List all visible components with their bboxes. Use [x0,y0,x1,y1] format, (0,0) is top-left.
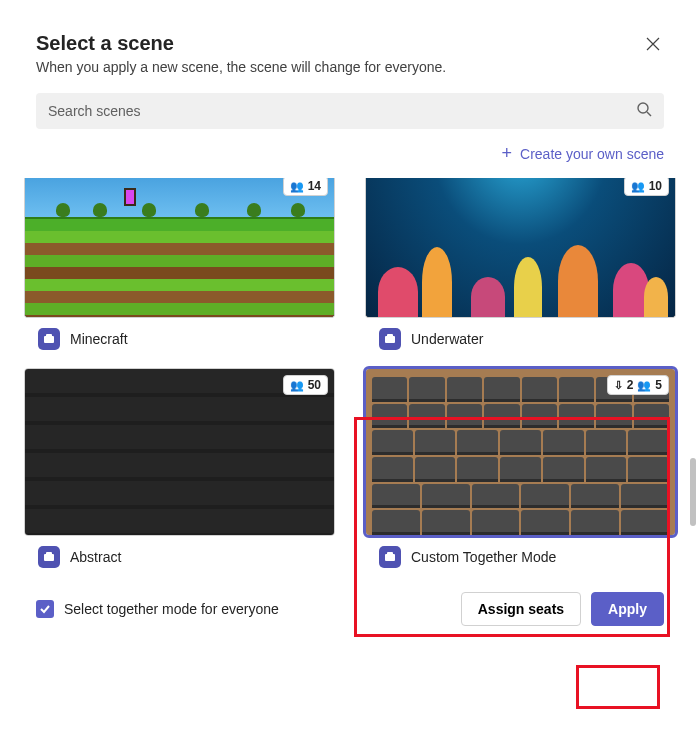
svg-rect-3 [46,334,52,337]
checkbox-icon [36,600,54,618]
presenter-value: 2 [627,378,634,392]
plus-icon: + [502,143,513,164]
capacity-value: 10 [649,179,662,193]
svg-line-1 [647,112,651,116]
scene-icon [38,328,60,350]
scene-thumb-minecraft: 👥 14 [24,178,335,318]
create-scene-link[interactable]: + Create your own scene [36,143,664,164]
svg-rect-2 [44,336,54,343]
people-icon: 👥 [290,379,304,392]
scene-card-abstract[interactable]: 👥 50 Abstract [24,368,335,568]
scene-label: Abstract [70,549,121,565]
capacity-badge: 👥 50 [283,375,328,395]
scene-thumb-custom: ⇩ 2 👥 5 [365,368,676,536]
dialog-title: Select a scene [36,32,446,55]
close-button[interactable] [642,32,664,58]
svg-rect-7 [46,552,52,555]
people-icon: 👥 [637,379,651,392]
capacity-badge: 👥 10 [624,178,669,196]
capacity-badge: 👥 14 [283,178,328,196]
scene-label: Minecraft [70,331,128,347]
svg-rect-4 [385,336,395,343]
apply-button[interactable]: Apply [591,592,664,626]
scene-icon [379,328,401,350]
dialog-subtitle: When you apply a new scene, the scene wi… [36,59,446,75]
svg-rect-5 [387,334,393,337]
scene-card-underwater[interactable]: 👥 10 Underwater [365,178,676,350]
create-scene-label: Create your own scene [520,146,664,162]
people-icon: 👥 [290,180,304,193]
scene-card-minecraft[interactable]: 👥 14 Minecraft [24,178,335,350]
svg-point-0 [638,103,648,113]
svg-rect-6 [44,554,54,561]
scene-label: Custom Together Mode [411,549,556,565]
svg-rect-9 [387,552,393,555]
capacity-value: 14 [308,179,321,193]
scene-thumb-underwater: 👥 10 [365,178,676,318]
search-icon [636,101,652,121]
scene-icon [379,546,401,568]
capacity-badge: ⇩ 2 👥 5 [607,375,669,395]
people-icon: 👥 [631,180,645,193]
capacity-value: 50 [308,378,321,392]
close-icon [646,37,660,51]
checkbox-label: Select together mode for everyone [64,601,279,617]
together-mode-checkbox[interactable]: Select together mode for everyone [36,600,279,618]
annotation-highlight [576,665,660,709]
capacity-value: 5 [655,378,662,392]
scene-thumb-abstract: 👥 50 [24,368,335,536]
assign-seats-button[interactable]: Assign seats [461,592,581,626]
presenter-icon: ⇩ [614,379,623,392]
scene-icon [38,546,60,568]
scene-label: Underwater [411,331,483,347]
svg-rect-8 [385,554,395,561]
scrollbar[interactable] [690,458,696,526]
search-input[interactable] [36,93,664,129]
scene-card-custom[interactable]: ⇩ 2 👥 5 Custom Together Mode [365,368,676,568]
